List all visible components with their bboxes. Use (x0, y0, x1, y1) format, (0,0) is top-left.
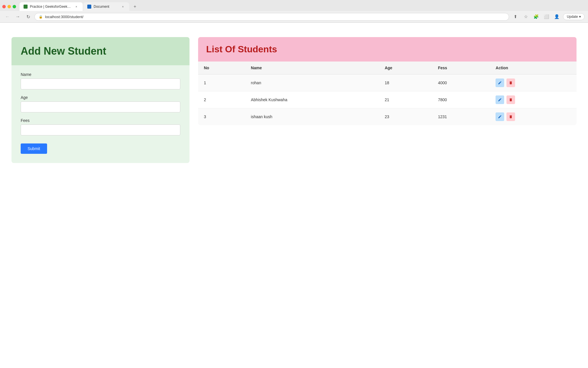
col-header-name: Name (245, 62, 379, 74)
maximize-window-btn[interactable] (13, 5, 16, 8)
update-chevron-icon: ▾ (579, 15, 581, 19)
fees-form-group: Fees (21, 118, 180, 135)
minimize-window-btn[interactable] (7, 5, 11, 8)
cell-no: 2 (198, 91, 245, 108)
cell-name: Abhishek Kushwaha (245, 91, 379, 108)
name-label: Name (21, 72, 180, 77)
col-header-no: No (198, 62, 245, 74)
cell-action (490, 91, 577, 108)
col-header-action: Action (490, 62, 577, 74)
students-table: No Name Age Fess Action 1 rohan 18 4000 (198, 62, 577, 125)
table-head: No Name Age Fess Action (198, 62, 577, 74)
cell-action (490, 74, 577, 91)
tab-document[interactable]: Document × (83, 2, 129, 11)
delete-button[interactable] (506, 112, 515, 121)
age-label: Age (21, 95, 180, 100)
back-button[interactable]: ← (3, 13, 11, 21)
cell-age: 18 (379, 74, 432, 91)
table-row: 3 ishaan kush 23 1231 (198, 108, 577, 125)
tab-bar: Practice | GeeksforGeeks | A c... × Docu… (0, 0, 588, 11)
tab-close-practice[interactable]: × (74, 4, 79, 9)
col-header-fees: Fess (432, 62, 490, 74)
new-tab-button[interactable]: + (131, 3, 139, 11)
address-bar: ← → ↻ 🔒 localhost:3000/student/ ⬆ ☆ 🧩 ⬜ … (0, 11, 588, 22)
list-header: List Of Students (198, 37, 577, 62)
lock-icon: 🔒 (39, 15, 43, 19)
fees-label: Fees (21, 118, 180, 123)
add-student-form-panel: Add New Student Name Age Fees Submit (11, 37, 189, 163)
tab-title-document: Document (94, 5, 118, 9)
form-header: Add New Student (11, 37, 189, 65)
tab-title-practice: Practice | GeeksforGeeks | A c... (30, 5, 72, 9)
sidebar-icon[interactable]: ⬜ (542, 13, 550, 21)
cell-no: 3 (198, 108, 245, 125)
delete-button[interactable] (506, 95, 515, 104)
tab-favicon-practice (24, 5, 28, 9)
students-list-panel: List Of Students No Name Age Fess Action… (198, 37, 577, 125)
cell-action (490, 108, 577, 125)
url-text: localhost:3000/student/ (45, 15, 505, 19)
profile-icon[interactable]: 👤 (553, 13, 561, 21)
table-row: 2 Abhishek Kushwaha 21 7800 (198, 91, 577, 108)
list-title: List Of Students (206, 44, 568, 55)
table-body: 1 rohan 18 4000 (198, 74, 577, 125)
bookmark-icon[interactable]: ☆ (522, 13, 530, 21)
cell-age: 21 (379, 91, 432, 108)
url-bar[interactable]: 🔒 localhost:3000/student/ (34, 13, 509, 21)
cell-fees: 1231 (432, 108, 490, 125)
tab-practice[interactable]: Practice | GeeksforGeeks | A c... × (20, 2, 83, 11)
tab-close-document[interactable]: × (121, 4, 125, 9)
browser-chrome: Practice | GeeksforGeeks | A c... × Docu… (0, 0, 588, 23)
tab-favicon-document (87, 5, 91, 9)
page-content: Add New Student Name Age Fees Submit Lis… (0, 23, 588, 177)
table-header-row: No Name Age Fess Action (198, 62, 577, 74)
submit-button[interactable]: Submit (21, 143, 47, 154)
form-title: Add New Student (21, 45, 180, 57)
cell-fees: 7800 (432, 91, 490, 108)
name-form-group: Name (21, 72, 180, 89)
forward-button[interactable]: → (14, 13, 22, 21)
extensions-icon[interactable]: 🧩 (532, 13, 540, 21)
age-input[interactable] (21, 101, 180, 112)
cell-name: ishaan kush (245, 108, 379, 125)
name-input[interactable] (21, 78, 180, 89)
table-row: 1 rohan 18 4000 (198, 74, 577, 91)
share-icon[interactable]: ⬆ (511, 13, 519, 21)
col-header-age: Age (379, 62, 432, 74)
refresh-button[interactable]: ↻ (24, 13, 32, 21)
edit-button[interactable] (496, 112, 504, 121)
update-button[interactable]: Update ▾ (563, 13, 585, 20)
fees-input[interactable] (21, 124, 180, 135)
edit-button[interactable] (496, 95, 504, 104)
cell-name: rohan (245, 74, 379, 91)
browser-actions: ⬆ ☆ 🧩 ⬜ 👤 Update ▾ (511, 13, 585, 21)
cell-no: 1 (198, 74, 245, 91)
edit-button[interactable] (496, 78, 504, 87)
traffic-lights (2, 5, 16, 8)
form-body: Name Age Fees Submit (11, 65, 189, 163)
cell-age: 23 (379, 108, 432, 125)
cell-fees: 4000 (432, 74, 490, 91)
delete-button[interactable] (506, 78, 515, 87)
age-form-group: Age (21, 95, 180, 112)
close-window-btn[interactable] (2, 5, 6, 8)
